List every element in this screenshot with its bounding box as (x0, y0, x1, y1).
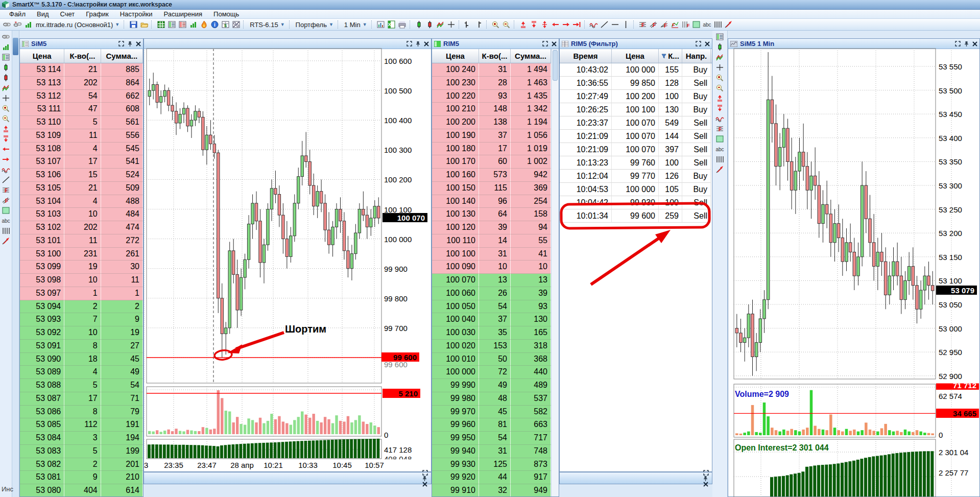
bars4-icon[interactable] (715, 155, 725, 163)
fib-levels-icon[interactable]: F (681, 20, 690, 29)
abc-icon[interactable]: abc (703, 20, 712, 29)
signal-icon[interactable] (23, 20, 33, 29)
column-header-2[interactable]: Сумма... (101, 49, 143, 63)
bid-row[interactable]: 53 0822201 (20, 458, 143, 471)
bid-row[interactable]: 53 086879 (20, 406, 143, 419)
link-icon[interactable] (2, 20, 11, 29)
dom-blue-icon[interactable] (715, 32, 725, 41)
column-header-3[interactable]: Напр. (682, 49, 711, 63)
collapsed-panel-tab[interactable] (13, 38, 18, 55)
fib-channel-icon[interactable]: F (649, 20, 658, 29)
pin-icon[interactable] (703, 476, 709, 482)
close-icon[interactable] (703, 482, 709, 487)
bid-row[interactable]: 53 0835199 (20, 445, 143, 458)
ask-row[interactable]: 53 11147608 (20, 103, 143, 116)
candle-green-icon[interactable] (715, 42, 725, 51)
pin-icon[interactable] (964, 41, 969, 47)
panel-dom-rim5-titlebar[interactable]: RIM5 (432, 39, 559, 49)
candle-red-icon[interactable] (425, 20, 435, 29)
wave-icon[interactable] (715, 114, 725, 123)
abc-icon[interactable]: abc (715, 145, 725, 153)
zigzag-icon[interactable] (2, 83, 11, 92)
lightning-icon[interactable] (2, 236, 11, 245)
candle-green-icon[interactable] (415, 20, 424, 29)
cross-icon[interactable] (2, 93, 11, 102)
signal-icon[interactable] (2, 42, 11, 51)
menu-Помощь[interactable]: Помощь (208, 10, 244, 18)
bid-row[interactable]: 100 00072440 (432, 366, 551, 379)
trade-row-highlighted[interactable]: 10:01:3499 600259Sell (560, 209, 712, 223)
column-header-2[interactable]: Сумма... (511, 49, 551, 63)
bid-row[interactable]: 100 0701313 (432, 274, 551, 287)
bid-row[interactable]: 100 020153318 (432, 340, 551, 353)
arrow-up-red-icon[interactable] (715, 93, 725, 102)
cross-icon[interactable] (447, 20, 456, 29)
bid-row[interactable]: 99 99049489 (432, 379, 551, 392)
ask-row[interactable]: 53 11254662 (20, 90, 143, 103)
fib-extension-icon[interactable]: F (671, 20, 680, 29)
ask-row[interactable]: 53 10111272 (20, 234, 143, 248)
ask-row[interactable]: 53 100231261 (20, 248, 143, 261)
ask-row[interactable]: 53 1044488 (20, 195, 143, 208)
percent-grid-icon[interactable] (231, 20, 241, 29)
ask-row[interactable]: 53 1084545 (20, 143, 143, 156)
trade-row[interactable]: 10:04:53100 000105Buy (560, 183, 712, 196)
lightning-icon[interactable] (724, 20, 733, 29)
fib-fan-icon[interactable]: F (660, 20, 669, 29)
zoom-in-icon[interactable] (2, 104, 11, 112)
scrollbar-thumb[interactable] (553, 50, 558, 81)
ask-row[interactable]: 100 220931 435 (432, 90, 551, 103)
rect-green-icon[interactable] (2, 206, 11, 215)
zoom-out-icon[interactable] (502, 20, 511, 29)
chart-mini-icon[interactable] (376, 20, 386, 29)
timeframe-selector[interactable]: 1 Min▼ (343, 21, 369, 29)
arrow-left-red-icon[interactable] (551, 20, 560, 29)
server-selector[interactable]: mx.ittrade.ru (Основной1)▼ (34, 21, 121, 29)
expand-icon[interactable] (118, 41, 124, 46)
money-grid-icon[interactable]: $ (221, 20, 230, 29)
bid-row[interactable]: 100 01050368 (432, 353, 551, 366)
zoom-in-icon[interactable] (715, 73, 725, 82)
collapsed-panel-bar-filter[interactable] (559, 472, 712, 484)
fib-retracement-icon[interactable]: F (2, 185, 11, 194)
ask-row[interactable]: 53 10911556 (20, 129, 143, 143)
trade-row[interactable]: 10:04:4299 930100Sell (560, 196, 712, 209)
vline-icon[interactable] (622, 20, 631, 29)
close-icon[interactable] (705, 41, 710, 46)
bid-row[interactable]: 53 09422 (20, 300, 143, 314)
fib-channel-icon[interactable]: F (2, 196, 11, 204)
column-header-0[interactable]: Цена (432, 49, 479, 63)
arrow-updown-red-icon[interactable] (540, 20, 549, 29)
dom-blue-icon[interactable] (2, 53, 11, 61)
ask-row[interactable]: 53 10615524 (20, 169, 143, 182)
candle-green-icon[interactable] (2, 63, 11, 72)
column-header-1[interactable]: К-во(... (64, 49, 101, 63)
close-icon[interactable] (422, 482, 428, 487)
close-icon[interactable] (136, 41, 141, 46)
bid-row[interactable]: 99 96081663 (432, 418, 551, 432)
column-header-1[interactable]: К-во(... (479, 49, 511, 63)
menu-Вид[interactable]: Вид (32, 10, 54, 18)
excel-icon[interactable]: X (387, 20, 396, 29)
fib-retracement-icon[interactable]: F (715, 124, 725, 133)
ask-row[interactable]: 53 0981011 (20, 274, 143, 287)
bar-left-icon[interactable] (464, 20, 473, 29)
panel-chart-sim5-titlebar[interactable]: SiM5 1 Min (728, 39, 979, 49)
bid-row[interactable]: 53 0871771 (20, 392, 143, 406)
bid-row[interactable]: 99 92044917 (432, 471, 551, 484)
zigzag-icon[interactable] (436, 20, 445, 29)
zoom-out-icon[interactable] (715, 83, 725, 92)
arrow-down-red-icon[interactable] (715, 104, 725, 112)
column-header-2[interactable]: К... (659, 49, 682, 63)
bid-row[interactable]: 53 0921019 (20, 326, 143, 340)
arrow-right-red-icon[interactable] (562, 20, 571, 29)
trade-row[interactable]: 10:43:02100 000155Buy (560, 63, 712, 77)
ask-row[interactable]: 100 1003141 (432, 248, 551, 261)
zoom-in-icon[interactable] (491, 20, 500, 29)
bid-row[interactable]: 99 930125873 (432, 458, 551, 471)
bid-row[interactable]: 100 0602639 (432, 287, 551, 300)
menu-Счет[interactable]: Счет (55, 10, 80, 18)
dash-icon[interactable] (611, 20, 620, 29)
bar-right-icon[interactable] (474, 20, 484, 29)
slash-icon[interactable] (2, 175, 11, 184)
